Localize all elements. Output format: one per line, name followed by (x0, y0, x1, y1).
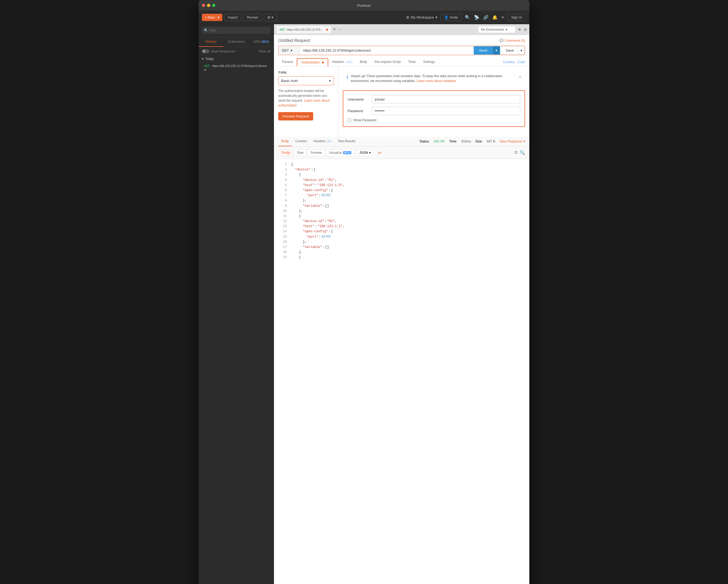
comments-button[interactable]: 💬 Comments (0) (499, 39, 525, 43)
show-password-checkbox[interactable] (347, 119, 351, 122)
environment-select[interactable]: No Environment ▾ (478, 26, 516, 33)
send-button[interactable]: Send (474, 46, 493, 55)
save-dropdown[interactable]: ▾ (518, 46, 525, 55)
auth-warning-banner: ℹ Heads up! These parameters hold sensit… (343, 71, 525, 86)
tab-authorization[interactable]: Authorization (297, 58, 328, 67)
layout-button[interactable]: ⊞ ▾ (264, 14, 277, 21)
raw-button[interactable]: Raw (293, 149, 307, 156)
show-password-label[interactable]: Show Password (353, 118, 376, 122)
history-url: https://66.129.235.12:47004/api/v1/devic… (204, 64, 267, 71)
runner-button[interactable]: Runner (243, 14, 262, 21)
list-item[interactable]: GET https://66.129.235.12:47004/api/v1/d… (202, 62, 270, 73)
status-value: 200 OK (434, 139, 445, 143)
import-button[interactable]: Import (225, 14, 241, 21)
tab-params[interactable]: Params (278, 58, 297, 67)
add-tab-button[interactable]: + (332, 27, 338, 32)
tab-body[interactable]: Body (356, 58, 371, 67)
new-arrow[interactable]: ▾ (216, 15, 219, 19)
tab-headers[interactable]: Headers (10) (328, 58, 356, 67)
cookies-link[interactable]: Cookies (503, 60, 515, 64)
minimize-button[interactable] (207, 4, 210, 7)
url-input[interactable] (300, 46, 474, 55)
invite-label: Invite (450, 15, 458, 19)
show-password-row: Show Password (347, 118, 520, 122)
visualize-beta-badge: BETA (343, 151, 352, 154)
code-link[interactable]: Code (517, 60, 525, 64)
method-select[interactable]: GET ▾ (279, 46, 300, 55)
save-responses-label: Save Responses (211, 49, 235, 53)
request-tab[interactable]: GET https://66.129.235.12:47004/ap... (276, 26, 332, 33)
json-line-17: 17 "variable": [] (274, 245, 529, 250)
comment-icon: 💬 (499, 39, 503, 43)
invite-button[interactable]: 👤 Invite (441, 14, 462, 21)
heart-icon-btn[interactable]: ♥ (501, 15, 504, 20)
save-button[interactable]: Save (501, 46, 518, 55)
warning-close-button[interactable]: × (519, 74, 521, 80)
preview-button[interactable]: Preview (307, 149, 326, 156)
search-response-icon[interactable]: 🔍 (520, 150, 525, 155)
save-response-chevron: ▾ (523, 139, 525, 143)
sidebar-tab-collections[interactable]: Collections (224, 37, 249, 47)
search-input[interactable] (202, 27, 270, 34)
auth-description: The authorization header will be automat… (278, 88, 334, 108)
pretty-button[interactable]: Pretty (278, 149, 293, 156)
content-area: GET https://66.129.235.12:47004/ap... + … (274, 24, 529, 584)
save-response-button[interactable]: Save Response ▾ (499, 139, 525, 143)
json-line-13: 13 "host": "100.123.1.1", (274, 224, 529, 229)
tab-prerequest[interactable]: Pre-request Script (371, 58, 405, 67)
clear-all-button[interactable]: Clear all (259, 49, 270, 53)
json-line-8: 8 }, (274, 198, 529, 203)
json-line-1: 1 { (274, 162, 529, 167)
send-dropdown[interactable]: ▾ (493, 46, 500, 55)
resp-tab-test-results[interactable]: Test Results (335, 136, 359, 146)
bell-icon-btn[interactable]: 🔔 (492, 15, 498, 20)
github-icon-btn[interactable]: 🔗 (483, 15, 489, 20)
wrap-button[interactable]: ⇌ (375, 149, 385, 156)
tab-tests[interactable]: Tests (404, 58, 419, 67)
auth-type-select[interactable]: Basic Auth ▾ (278, 76, 334, 85)
eye-icon[interactable]: 👁 (518, 27, 522, 32)
tab-unsaved-dot (326, 29, 328, 31)
method-label: GET (282, 48, 289, 52)
settings-icon[interactable]: ⚙ (524, 27, 527, 32)
copy-icon[interactable]: ⧉ (515, 150, 518, 155)
preview-request-button[interactable]: Preview Request (278, 112, 313, 121)
format-select[interactable]: JSON ▾ (357, 149, 373, 156)
resp-tab-cookies[interactable]: Cookies (292, 136, 310, 146)
sidebar-tab-apis[interactable]: APIs BETA (249, 37, 274, 47)
username-field-row: Username (347, 95, 520, 103)
json-line-12: 12 "device-id": "R2", (274, 219, 529, 224)
username-input[interactable] (372, 95, 520, 103)
more-tabs-button[interactable]: ··· (337, 27, 341, 32)
satellite-icon-btn[interactable]: 📡 (474, 15, 479, 20)
close-button[interactable] (202, 4, 205, 7)
resp-tab-headers[interactable]: Headers (6) (310, 136, 335, 146)
url-bar: GET ▾ Send ▾ Save ▾ (278, 46, 525, 55)
warning-learn-more-link[interactable]: Learn more about variables (417, 79, 456, 83)
signin-button[interactable]: Sign In (507, 14, 526, 21)
json-line-16: 16 }, (274, 239, 529, 245)
auth-panel: TYPE Basic Auth ▾ The authorization head… (274, 67, 529, 136)
sidebar-tab-history[interactable]: History (199, 37, 224, 47)
visualize-button[interactable]: Visualize BETA (326, 149, 355, 156)
save-responses-switch[interactable] (202, 49, 209, 53)
sidebar-tabs: History Collections APIs BETA (199, 37, 274, 47)
toolbar-right: ⊞ My Workspace ▾ 👤 Invite 🔍 📡 🔗 🔔 ♥ Sign… (406, 14, 526, 21)
maximize-button[interactable] (212, 4, 215, 7)
format-chevron: ▾ (369, 151, 371, 155)
search-icon-btn[interactable]: 🔍 (465, 15, 470, 20)
tab-settings[interactable]: Settings (419, 58, 439, 67)
password-input[interactable] (372, 107, 520, 115)
workspace-button[interactable]: ⊞ My Workspace ▾ (406, 15, 437, 19)
resp-tab-body[interactable]: Body (278, 136, 292, 146)
send-button-group: Send ▾ (474, 46, 500, 55)
today-header[interactable]: ▾ Today (202, 57, 270, 61)
main-layout: 🔍 History Collections APIs BETA (199, 24, 529, 584)
save-button-group: Save ▾ (501, 46, 525, 55)
new-button[interactable]: + New ▾ (202, 14, 222, 21)
tab-bar: GET https://66.129.235.12:47004/ap... + … (274, 24, 529, 35)
time-value: 816ms (461, 139, 471, 143)
response-tabs-bar: Body Cookies Headers (6) Test Results St… (274, 136, 529, 147)
json-viewer: 1 { 2 "device": [ 3 { 4 "device-id": " (274, 159, 529, 584)
json-line-7: 7 "port": 32767 (274, 193, 529, 198)
